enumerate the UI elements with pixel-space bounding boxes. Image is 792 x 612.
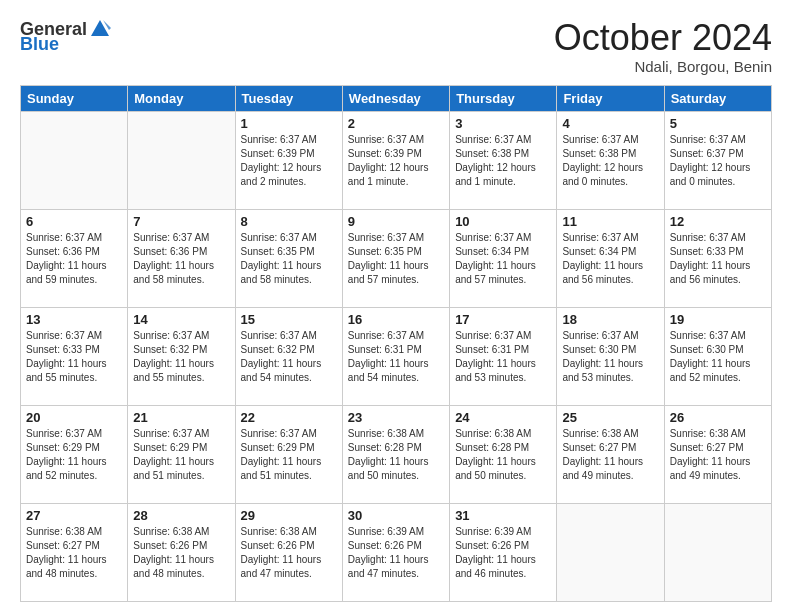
calendar-cell: 22Sunrise: 6:37 AM Sunset: 6:29 PM Dayli… xyxy=(235,405,342,503)
calendar-cell: 31Sunrise: 6:39 AM Sunset: 6:26 PM Dayli… xyxy=(450,503,557,601)
day-number: 12 xyxy=(670,214,766,229)
day-header-friday: Friday xyxy=(557,85,664,111)
calendar-cell: 25Sunrise: 6:38 AM Sunset: 6:27 PM Dayli… xyxy=(557,405,664,503)
day-info: Sunrise: 6:37 AM Sunset: 6:36 PM Dayligh… xyxy=(26,231,122,287)
day-number: 31 xyxy=(455,508,551,523)
day-number: 7 xyxy=(133,214,229,229)
day-info: Sunrise: 6:37 AM Sunset: 6:32 PM Dayligh… xyxy=(133,329,229,385)
logo: General Blue xyxy=(20,18,111,55)
day-info: Sunrise: 6:37 AM Sunset: 6:34 PM Dayligh… xyxy=(562,231,658,287)
calendar-cell: 13Sunrise: 6:37 AM Sunset: 6:33 PM Dayli… xyxy=(21,307,128,405)
day-number: 10 xyxy=(455,214,551,229)
calendar-cell: 1Sunrise: 6:37 AM Sunset: 6:39 PM Daylig… xyxy=(235,111,342,209)
calendar-cell: 6Sunrise: 6:37 AM Sunset: 6:36 PM Daylig… xyxy=(21,209,128,307)
day-number: 29 xyxy=(241,508,337,523)
day-info: Sunrise: 6:38 AM Sunset: 6:27 PM Dayligh… xyxy=(670,427,766,483)
calendar-cell: 11Sunrise: 6:37 AM Sunset: 6:34 PM Dayli… xyxy=(557,209,664,307)
calendar-cell xyxy=(664,503,771,601)
day-info: Sunrise: 6:37 AM Sunset: 6:30 PM Dayligh… xyxy=(670,329,766,385)
day-info: Sunrise: 6:39 AM Sunset: 6:26 PM Dayligh… xyxy=(348,525,444,581)
day-info: Sunrise: 6:37 AM Sunset: 6:39 PM Dayligh… xyxy=(348,133,444,189)
day-number: 1 xyxy=(241,116,337,131)
day-number: 19 xyxy=(670,312,766,327)
calendar-cell: 12Sunrise: 6:37 AM Sunset: 6:33 PM Dayli… xyxy=(664,209,771,307)
day-header-monday: Monday xyxy=(128,85,235,111)
day-header-sunday: Sunday xyxy=(21,85,128,111)
day-info: Sunrise: 6:37 AM Sunset: 6:31 PM Dayligh… xyxy=(348,329,444,385)
calendar-week-row: 27Sunrise: 6:38 AM Sunset: 6:27 PM Dayli… xyxy=(21,503,772,601)
day-number: 24 xyxy=(455,410,551,425)
day-info: Sunrise: 6:37 AM Sunset: 6:38 PM Dayligh… xyxy=(562,133,658,189)
logo-blue-text: Blue xyxy=(20,34,59,55)
calendar-cell: 8Sunrise: 6:37 AM Sunset: 6:35 PM Daylig… xyxy=(235,209,342,307)
page: General Blue October 2024 Ndali, Borgou,… xyxy=(0,0,792,612)
calendar-cell: 18Sunrise: 6:37 AM Sunset: 6:30 PM Dayli… xyxy=(557,307,664,405)
day-info: Sunrise: 6:37 AM Sunset: 6:39 PM Dayligh… xyxy=(241,133,337,189)
calendar-cell: 21Sunrise: 6:37 AM Sunset: 6:29 PM Dayli… xyxy=(128,405,235,503)
month-title: October 2024 xyxy=(554,18,772,58)
day-number: 5 xyxy=(670,116,766,131)
day-info: Sunrise: 6:37 AM Sunset: 6:38 PM Dayligh… xyxy=(455,133,551,189)
calendar-cell: 2Sunrise: 6:37 AM Sunset: 6:39 PM Daylig… xyxy=(342,111,449,209)
calendar-cell: 20Sunrise: 6:37 AM Sunset: 6:29 PM Dayli… xyxy=(21,405,128,503)
day-number: 25 xyxy=(562,410,658,425)
day-number: 22 xyxy=(241,410,337,425)
calendar-cell xyxy=(21,111,128,209)
day-info: Sunrise: 6:37 AM Sunset: 6:34 PM Dayligh… xyxy=(455,231,551,287)
day-info: Sunrise: 6:38 AM Sunset: 6:28 PM Dayligh… xyxy=(455,427,551,483)
location: Ndali, Borgou, Benin xyxy=(554,58,772,75)
day-number: 28 xyxy=(133,508,229,523)
calendar-cell: 29Sunrise: 6:38 AM Sunset: 6:26 PM Dayli… xyxy=(235,503,342,601)
day-info: Sunrise: 6:37 AM Sunset: 6:36 PM Dayligh… xyxy=(133,231,229,287)
day-number: 17 xyxy=(455,312,551,327)
calendar-cell xyxy=(557,503,664,601)
day-info: Sunrise: 6:37 AM Sunset: 6:29 PM Dayligh… xyxy=(26,427,122,483)
day-number: 9 xyxy=(348,214,444,229)
calendar-week-row: 1Sunrise: 6:37 AM Sunset: 6:39 PM Daylig… xyxy=(21,111,772,209)
day-number: 15 xyxy=(241,312,337,327)
day-info: Sunrise: 6:38 AM Sunset: 6:26 PM Dayligh… xyxy=(133,525,229,581)
day-info: Sunrise: 6:38 AM Sunset: 6:26 PM Dayligh… xyxy=(241,525,337,581)
day-number: 26 xyxy=(670,410,766,425)
day-info: Sunrise: 6:37 AM Sunset: 6:35 PM Dayligh… xyxy=(348,231,444,287)
day-number: 2 xyxy=(348,116,444,131)
day-header-saturday: Saturday xyxy=(664,85,771,111)
calendar-cell: 19Sunrise: 6:37 AM Sunset: 6:30 PM Dayli… xyxy=(664,307,771,405)
header-right: October 2024 Ndali, Borgou, Benin xyxy=(554,18,772,75)
calendar-cell: 3Sunrise: 6:37 AM Sunset: 6:38 PM Daylig… xyxy=(450,111,557,209)
calendar-cell: 15Sunrise: 6:37 AM Sunset: 6:32 PM Dayli… xyxy=(235,307,342,405)
header: General Blue October 2024 Ndali, Borgou,… xyxy=(20,18,772,75)
calendar-cell: 4Sunrise: 6:37 AM Sunset: 6:38 PM Daylig… xyxy=(557,111,664,209)
calendar-cell: 16Sunrise: 6:37 AM Sunset: 6:31 PM Dayli… xyxy=(342,307,449,405)
calendar-cell: 23Sunrise: 6:38 AM Sunset: 6:28 PM Dayli… xyxy=(342,405,449,503)
day-number: 27 xyxy=(26,508,122,523)
day-info: Sunrise: 6:37 AM Sunset: 6:30 PM Dayligh… xyxy=(562,329,658,385)
day-info: Sunrise: 6:37 AM Sunset: 6:33 PM Dayligh… xyxy=(26,329,122,385)
calendar-cell: 24Sunrise: 6:38 AM Sunset: 6:28 PM Dayli… xyxy=(450,405,557,503)
day-number: 4 xyxy=(562,116,658,131)
day-number: 13 xyxy=(26,312,122,327)
day-info: Sunrise: 6:39 AM Sunset: 6:26 PM Dayligh… xyxy=(455,525,551,581)
calendar-cell: 14Sunrise: 6:37 AM Sunset: 6:32 PM Dayli… xyxy=(128,307,235,405)
calendar-cell: 9Sunrise: 6:37 AM Sunset: 6:35 PM Daylig… xyxy=(342,209,449,307)
day-info: Sunrise: 6:37 AM Sunset: 6:29 PM Dayligh… xyxy=(241,427,337,483)
day-info: Sunrise: 6:37 AM Sunset: 6:31 PM Dayligh… xyxy=(455,329,551,385)
day-number: 3 xyxy=(455,116,551,131)
day-header-wednesday: Wednesday xyxy=(342,85,449,111)
day-number: 23 xyxy=(348,410,444,425)
day-info: Sunrise: 6:37 AM Sunset: 6:29 PM Dayligh… xyxy=(133,427,229,483)
day-number: 14 xyxy=(133,312,229,327)
day-number: 6 xyxy=(26,214,122,229)
logo-icon xyxy=(89,18,111,40)
calendar-cell: 27Sunrise: 6:38 AM Sunset: 6:27 PM Dayli… xyxy=(21,503,128,601)
day-number: 20 xyxy=(26,410,122,425)
calendar-cell: 7Sunrise: 6:37 AM Sunset: 6:36 PM Daylig… xyxy=(128,209,235,307)
calendar-cell: 26Sunrise: 6:38 AM Sunset: 6:27 PM Dayli… xyxy=(664,405,771,503)
day-number: 11 xyxy=(562,214,658,229)
day-number: 16 xyxy=(348,312,444,327)
day-info: Sunrise: 6:37 AM Sunset: 6:33 PM Dayligh… xyxy=(670,231,766,287)
day-number: 18 xyxy=(562,312,658,327)
day-info: Sunrise: 6:37 AM Sunset: 6:32 PM Dayligh… xyxy=(241,329,337,385)
calendar-cell: 5Sunrise: 6:37 AM Sunset: 6:37 PM Daylig… xyxy=(664,111,771,209)
calendar-cell xyxy=(128,111,235,209)
